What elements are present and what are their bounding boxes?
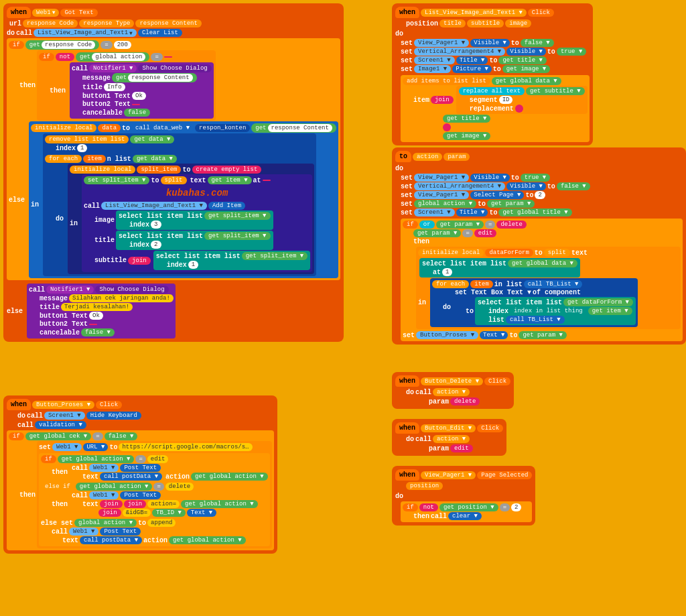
get-param3[interactable]: get param ▼ bbox=[413, 229, 461, 237]
edit-val[interactable]: edit bbox=[147, 455, 169, 463]
hat-viewpager-page[interactable]: when bbox=[395, 469, 419, 481]
screen1-comp[interactable]: Screen1 ▼ bbox=[44, 412, 85, 420]
add-items[interactable]: add items to list list bbox=[403, 77, 490, 85]
set-global-action2[interactable]: global action ▼ bbox=[74, 519, 137, 527]
set-split-item[interactable]: set split_item ▼ bbox=[84, 176, 149, 184]
hat-btn-proses[interactable]: when bbox=[7, 399, 31, 410]
edit-val3[interactable]: edit bbox=[474, 229, 497, 237]
web1-post2[interactable]: Web1 ▼ bbox=[89, 491, 119, 499]
dataform-var[interactable]: dataForForm bbox=[485, 249, 533, 257]
get-image3[interactable]: get image ▼ bbox=[443, 132, 490, 140]
hat-to-action[interactable]: to bbox=[395, 151, 411, 162]
call-clear[interactable]: clear ▼ bbox=[448, 512, 482, 520]
get-dataform2[interactable]: get dataForForm ▼ bbox=[563, 298, 633, 306]
not-block[interactable]: not bbox=[56, 53, 74, 61]
respon-konten[interactable]: respon_konten bbox=[195, 124, 250, 132]
edit-val4[interactable]: edit bbox=[450, 444, 473, 452]
action-eq[interactable]: action= bbox=[147, 500, 180, 508]
get-global-data4[interactable]: get global data ▼ bbox=[508, 259, 577, 267]
terjadi-val[interactable]: Terjadi kesalahan! bbox=[61, 303, 133, 311]
ampersand[interactable]: &idGB= bbox=[123, 509, 151, 517]
show-choose-dialog2[interactable]: Show Choose Dialog bbox=[95, 286, 168, 294]
for-each3[interactable]: for each bbox=[432, 280, 469, 288]
item3-var[interactable]: item bbox=[470, 280, 493, 288]
get-response-content2[interactable]: get response Content bbox=[251, 123, 336, 133]
action-label[interactable]: action bbox=[413, 153, 442, 161]
hide-keyboard[interactable]: Hide Keyboard bbox=[86, 412, 141, 420]
get-global-action5[interactable]: get global action ▼ bbox=[181, 500, 258, 508]
post-text2[interactable]: Post Text bbox=[120, 491, 161, 499]
list-view-component[interactable]: List_View_Image_and_Text1 ▼ bbox=[33, 29, 137, 37]
vert-arr4-comp[interactable]: Vertical_Arrangement4 ▼ bbox=[414, 48, 505, 56]
false-val2[interactable]: false ▼ bbox=[81, 328, 115, 336]
create-empty-list[interactable]: create empty list bbox=[192, 166, 262, 174]
post-text3[interactable]: Post Text bbox=[100, 528, 141, 536]
index-in-list[interactable]: index in list thing bbox=[510, 307, 587, 315]
empty-block[interactable] bbox=[164, 56, 172, 58]
post-text[interactable]: Post Text bbox=[120, 464, 161, 472]
listview-comp[interactable]: List_View_Image_and_Text1 ▼ bbox=[421, 9, 527, 17]
web1-post[interactable]: Web1 ▼ bbox=[89, 464, 119, 472]
join-item[interactable]: join bbox=[431, 96, 454, 104]
validation-call[interactable]: validation ▼ bbox=[35, 421, 86, 429]
data-var[interactable]: data bbox=[98, 124, 121, 132]
silahkan-msg[interactable]: Silahkan cek jaringan anda! bbox=[69, 294, 174, 302]
append-val[interactable]: append bbox=[147, 519, 176, 527]
set-global-action3[interactable]: global action ▼ bbox=[414, 200, 476, 208]
screen1-title-comp[interactable]: Screen1 ▼ bbox=[414, 56, 455, 64]
image1-comp[interactable]: Image1 ▼ bbox=[414, 65, 451, 73]
join-delete[interactable]: join bbox=[100, 500, 123, 508]
call-postdata3[interactable]: call postData ▼ bbox=[80, 536, 142, 544]
hat-btn-edit[interactable]: when bbox=[395, 422, 419, 434]
init-dataform[interactable]: initialize local bbox=[418, 249, 484, 257]
hat-when[interactable]: when bbox=[7, 7, 31, 18]
join3-delete[interactable]: join bbox=[98, 509, 121, 517]
tb-id[interactable]: TB_ID ▼ bbox=[152, 509, 186, 517]
ok-val[interactable]: Ok bbox=[132, 92, 146, 100]
value-200[interactable]: 200 bbox=[114, 41, 131, 49]
false-cek[interactable]: false ▼ bbox=[105, 432, 138, 440]
btn-proses-set[interactable]: Button_Proses ▼ bbox=[416, 331, 478, 339]
delete-val2[interactable]: delete bbox=[496, 221, 526, 229]
get-global-action6[interactable]: get global action ▼ bbox=[169, 536, 246, 544]
get-subtitle2[interactable]: get subtitle ▼ bbox=[526, 87, 585, 95]
get-position[interactable]: get position ▼ bbox=[439, 503, 498, 511]
call-tb-list2[interactable]: call TB_List ▼ bbox=[506, 316, 565, 324]
ok2-val[interactable]: Ok bbox=[89, 312, 103, 320]
click-event3[interactable]: Click bbox=[528, 9, 554, 17]
or-block[interactable]: or bbox=[419, 221, 435, 229]
true-visible2[interactable]: true ▼ bbox=[521, 174, 550, 182]
join2-delete[interactable]: join bbox=[124, 500, 147, 508]
component-web1[interactable]: Web1 ▼ bbox=[32, 9, 59, 17]
get-param-action[interactable]: get param ▼ bbox=[487, 200, 535, 208]
empty-b2b[interactable] bbox=[89, 324, 97, 325]
btn-delete-comp[interactable]: Button_Delete ▼ bbox=[421, 377, 483, 385]
action-call[interactable]: action ▼ bbox=[433, 388, 470, 396]
get-global-action[interactable]: get global action bbox=[76, 52, 149, 62]
click-event2[interactable]: Click bbox=[96, 401, 122, 409]
get-global-data3[interactable]: get global data ▼ bbox=[492, 77, 561, 85]
get-global-action2[interactable]: get global action ▼ bbox=[58, 455, 135, 463]
get-split-sub[interactable]: get split_item ▼ bbox=[242, 252, 307, 260]
get-global-action3[interactable]: get global action ▼ bbox=[191, 473, 268, 481]
get-data2[interactable]: get data ▼ bbox=[133, 155, 177, 163]
web1-url[interactable]: Web1 ▼ bbox=[52, 443, 82, 451]
false-visible[interactable]: false ▼ bbox=[521, 39, 554, 47]
viewpager2-comp[interactable]: View_Pager1 ▼ bbox=[414, 174, 469, 182]
viewpager3-comp[interactable]: View_Pager1 ▼ bbox=[414, 191, 469, 199]
get-data[interactable]: get data ▼ bbox=[130, 135, 174, 143]
page-selected-event[interactable]: Page Selected bbox=[477, 471, 532, 479]
action-call2[interactable]: action ▼ bbox=[433, 435, 470, 443]
get-title-param[interactable]: get title ▼ bbox=[498, 56, 546, 64]
viewpager-comp[interactable]: View_Pager1 ▼ bbox=[414, 39, 469, 47]
call-tb-list[interactable]: call TB_List ▼ bbox=[524, 280, 583, 288]
index-1[interactable]: 1 bbox=[77, 144, 87, 152]
empty-join[interactable] bbox=[443, 123, 451, 131]
join-sub[interactable]: join bbox=[128, 257, 151, 265]
info-val[interactable]: Info bbox=[104, 83, 125, 91]
delete-val3[interactable]: delete bbox=[450, 397, 480, 406]
vert-arr4-comp2[interactable]: Vertical_Arrangement4 ▼ bbox=[414, 182, 505, 190]
hat-listview-click[interactable]: when bbox=[395, 7, 419, 18]
add-item-method[interactable]: Add Item bbox=[208, 202, 245, 210]
clear-list-method[interactable]: Clear List bbox=[138, 29, 182, 37]
